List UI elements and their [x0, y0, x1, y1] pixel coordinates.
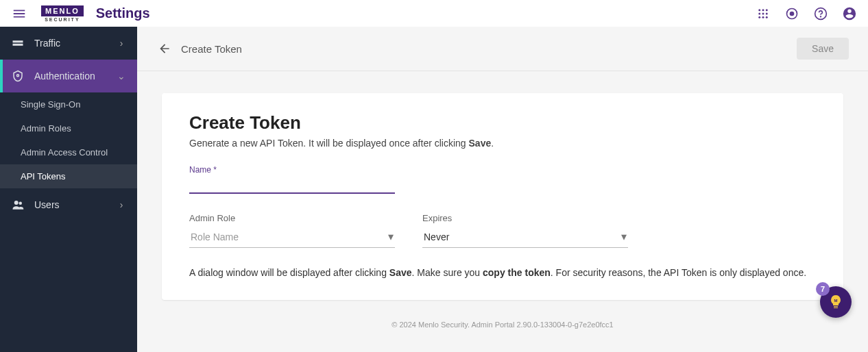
sidebar-item-users[interactable]: Users ›: [0, 188, 137, 221]
traffic-icon: [11, 36, 25, 50]
apps-button[interactable]: [756, 6, 771, 21]
sidebar-subitem-admin-access[interactable]: Admin Access Control: [0, 140, 137, 164]
admin-role-select[interactable]: Role Name ▾: [189, 226, 395, 248]
shield-icon: [11, 69, 25, 83]
card-title: Create Token: [189, 112, 816, 134]
logo-sub: SECURITY: [45, 17, 80, 22]
dropdown-arrow-icon: ▾: [621, 230, 627, 243]
svg-point-17: [19, 202, 23, 205]
save-button[interactable]: Save: [797, 38, 849, 60]
sidebar: Traffic › Authentication ⌄ Single Sign-O…: [0, 27, 137, 352]
sidebar-item-label: Traffic: [34, 38, 117, 49]
hamburger-icon: [12, 6, 27, 21]
menu-toggle-button[interactable]: [11, 5, 27, 22]
users-icon: [11, 198, 25, 212]
expires-label: Expires: [422, 213, 628, 223]
footer-text: © 2024 Menlo Security. Admin Portal 2.90…: [137, 300, 868, 342]
svg-point-6: [758, 16, 760, 18]
name-input[interactable]: [189, 176, 395, 194]
chevron-down-icon: ⌄: [117, 71, 126, 81]
sidebar-subitem-api-tokens[interactable]: API Tokens: [0, 164, 137, 188]
sidebar-subitem-label: Admin Roles: [21, 123, 71, 134]
page-title: Settings: [96, 5, 150, 21]
sidebar-subitem-sso[interactable]: Single Sign-On: [0, 92, 137, 116]
card-note: A dialog window will be displayed after …: [189, 267, 816, 278]
chevron-right-icon: ›: [117, 199, 126, 210]
help-icon: [814, 7, 828, 21]
sidebar-item-label: Users: [34, 199, 117, 210]
help-fab-button[interactable]: 7 M: [820, 286, 852, 318]
account-button[interactable]: [842, 6, 857, 21]
account-icon: [842, 6, 857, 21]
expires-value: Never: [424, 231, 621, 242]
notifications-button[interactable]: [784, 6, 799, 21]
admin-role-value: Role Name: [191, 231, 388, 242]
name-field-label: Name *: [189, 165, 816, 175]
sidebar-item-authentication[interactable]: Authentication ⌄: [0, 60, 137, 92]
svg-point-8: [766, 16, 768, 18]
logo-main: MENLO: [41, 5, 84, 16]
admin-role-field: Admin Role Role Name ▾: [189, 213, 395, 248]
svg-point-1: [762, 9, 764, 11]
svg-point-15: [17, 75, 19, 77]
sidebar-subitem-label: Single Sign-On: [21, 99, 80, 110]
expires-field: Expires Never ▾: [422, 213, 628, 248]
expires-select[interactable]: Never ▾: [422, 226, 628, 248]
admin-role-label: Admin Role: [189, 213, 395, 223]
topbar: MENLO SECURITY Settings: [0, 0, 868, 27]
svg-point-7: [762, 16, 764, 18]
main-content: Create Token Save Create Token Generate …: [137, 27, 868, 352]
svg-point-12: [821, 16, 821, 16]
svg-point-5: [766, 12, 768, 14]
svg-point-16: [14, 201, 19, 205]
svg-point-10: [791, 12, 794, 15]
help-button[interactable]: [813, 6, 828, 21]
lightbulb-icon: M: [828, 294, 844, 310]
card-description: Generate a new API Token. It will be dis…: [189, 138, 816, 149]
subheader: Create Token Save: [137, 27, 868, 71]
create-token-card: Create Token Generate a new API Token. I…: [162, 93, 843, 300]
sidebar-item-label: Authentication: [34, 71, 117, 81]
topbar-right: [756, 6, 857, 21]
logo: MENLO SECURITY: [41, 5, 84, 22]
svg-rect-13: [13, 40, 23, 42]
svg-point-0: [758, 9, 760, 11]
name-field: Name *: [189, 165, 816, 194]
back-button[interactable]: [156, 40, 173, 57]
svg-point-2: [766, 9, 768, 11]
sidebar-subitem-label: API Tokens: [21, 171, 66, 181]
svg-point-3: [758, 12, 760, 14]
apps-grid-icon: [757, 8, 769, 20]
sidebar-subitem-admin-roles[interactable]: Admin Roles: [0, 116, 137, 140]
arrow-left-icon: [158, 42, 171, 55]
sidebar-subitem-label: Admin Access Control: [21, 147, 108, 158]
fab-badge: 7: [816, 282, 830, 296]
svg-text:M: M: [834, 299, 838, 303]
target-icon: [785, 7, 799, 21]
chevron-right-icon: ›: [117, 38, 126, 49]
sidebar-item-traffic[interactable]: Traffic ›: [0, 27, 137, 60]
subheader-title: Create Token: [181, 43, 797, 55]
svg-rect-14: [13, 44, 23, 46]
svg-point-4: [762, 12, 764, 14]
dropdown-arrow-icon: ▾: [388, 230, 394, 243]
